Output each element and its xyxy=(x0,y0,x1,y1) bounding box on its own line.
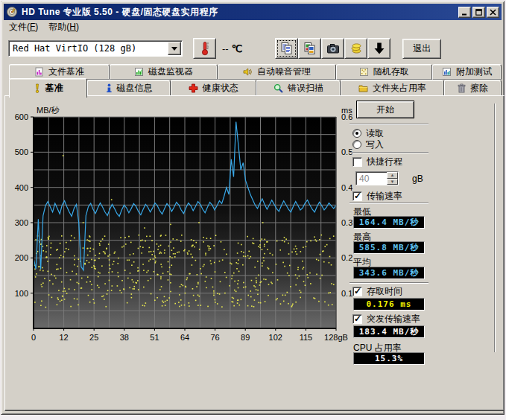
tab-health[interactable]: 健康状态 xyxy=(171,80,256,96)
window-title: HD Tune 专业版 5.50 - 硬盘/固态硬盘实用程序 xyxy=(22,6,457,19)
short-stroke-box[interactable] xyxy=(352,157,362,167)
chevron-down-icon xyxy=(171,47,177,51)
donate-button[interactable] xyxy=(344,38,367,59)
folder-icon xyxy=(358,83,368,93)
health-cross-icon xyxy=(189,83,198,93)
max-label: 最高 xyxy=(353,231,371,241)
tab-disk-monitor[interactable]: 磁盘监视器 xyxy=(110,64,218,80)
svg-text:64: 64 xyxy=(180,333,189,342)
benchmark-panel: 开始 读取 写入 快捷行程 40 ▲▼ gB 传输速率 xyxy=(347,96,503,409)
short-stroke-unit: gB xyxy=(412,174,423,184)
file-benchmark-icon xyxy=(34,67,44,77)
transfer-rate-box[interactable] xyxy=(352,191,362,201)
copy-text-icon xyxy=(280,42,294,55)
svg-text:200: 200 xyxy=(15,253,28,262)
disk-monitor-icon xyxy=(134,67,144,77)
tab-aam[interactable]: 自动噪音管理 xyxy=(218,64,336,80)
coins-icon xyxy=(350,42,363,55)
svg-text:128gB: 128gB xyxy=(324,333,348,342)
save-graph-button[interactable] xyxy=(367,38,390,59)
tab-extra-tests[interactable]: 附加测试 xyxy=(432,64,502,80)
tab-error-scan[interactable]: 错误扫描 xyxy=(256,80,341,96)
avg-label: 平均 xyxy=(353,256,371,267)
tab-disk-info[interactable]: 磁盘信息 xyxy=(87,80,170,96)
min-value-display: 164.4 MB/秒 xyxy=(353,216,425,229)
svg-text:600: 600 xyxy=(15,112,28,121)
drive-select-dropdown-button[interactable] xyxy=(168,42,181,55)
temperature-unit: ℃ xyxy=(232,43,243,54)
tab-file-benchmark[interactable]: 文件基准 xyxy=(9,64,110,80)
disk-info-icon xyxy=(106,83,113,93)
short-stroke-size-stepper[interactable]: 40 ▲▼ xyxy=(355,171,399,185)
exit-button[interactable]: 退出 xyxy=(402,39,441,59)
benchmark-chart: 1002003004005006000.100.200.300.400.500.… xyxy=(10,105,352,355)
titlebar[interactable]: HD Tune 专业版 5.50 - 硬盘/固态硬盘实用程序 xyxy=(4,4,502,20)
copy-image-button[interactable] xyxy=(298,38,321,59)
stepper-up-icon: ▲ xyxy=(387,172,398,179)
magnifier-icon xyxy=(273,83,283,93)
svg-text:12: 12 xyxy=(59,333,68,342)
svg-text:115: 115 xyxy=(300,333,313,342)
svg-text:102: 102 xyxy=(269,333,282,342)
burst-rate-box[interactable] xyxy=(352,314,362,324)
tab-strip: 文件基准 磁盘监视器 自动噪音管理 随机存取 附加测试 基准 xyxy=(9,64,502,96)
tab-erase[interactable]: 擦除 xyxy=(444,80,502,96)
access-time-checkbox[interactable]: 存取时间 xyxy=(352,286,402,296)
speaker-icon xyxy=(243,67,253,77)
svg-text:25: 25 xyxy=(89,333,98,342)
svg-text:MB/秒: MB/秒 xyxy=(37,106,60,115)
benchmark-icon xyxy=(34,83,41,93)
copy-image-icon xyxy=(303,42,317,55)
svg-text:0: 0 xyxy=(31,333,36,342)
app-icon xyxy=(6,6,18,18)
tab-folder-usage[interactable]: 文件夹占用率 xyxy=(341,80,444,96)
copy-text-button[interactable] xyxy=(275,38,298,59)
menu-help[interactable]: 帮助(H) xyxy=(43,19,84,35)
svg-text:500: 500 xyxy=(15,147,28,156)
access-time-display: 0.176 ms xyxy=(353,298,425,311)
minimize-button[interactable] xyxy=(458,7,471,18)
minimize-icon xyxy=(461,9,468,16)
trash-icon xyxy=(458,83,466,93)
maximize-button[interactable] xyxy=(472,7,485,18)
benchmark-page: 1002003004005006000.100.200.300.400.500.… xyxy=(4,95,505,411)
stepper-down-icon: ▼ xyxy=(387,179,398,185)
svg-text:38: 38 xyxy=(120,333,129,342)
start-button[interactable]: 开始 xyxy=(356,101,414,118)
short-stroke-checkbox[interactable]: 快捷行程 xyxy=(352,156,402,167)
menubar: 文件(F) 帮助(H) xyxy=(4,20,502,34)
write-radio-circle[interactable] xyxy=(352,140,361,149)
thermometer-icon xyxy=(200,41,210,56)
min-label: 最低 xyxy=(353,206,371,216)
burst-rate-display: 183.4 MB/秒 xyxy=(353,325,425,338)
svg-text:76: 76 xyxy=(210,333,219,342)
close-icon xyxy=(490,9,496,16)
svg-text:400: 400 xyxy=(15,183,28,192)
app-window: HD Tune 专业版 5.50 - 硬盘/固态硬盘实用程序 文件(F) 帮助(… xyxy=(1,1,505,415)
svg-text:51: 51 xyxy=(150,333,159,342)
menu-file[interactable]: 文件(F) xyxy=(4,19,43,35)
temperature-value: -- xyxy=(222,43,229,54)
max-value-display: 585.8 MB/秒 xyxy=(353,241,425,254)
panel-divider xyxy=(494,104,496,352)
transfer-rate-checkbox[interactable]: 传输速率 xyxy=(352,191,402,201)
cpu-usage-label: CPU 占用率 xyxy=(353,342,402,352)
svg-text:89: 89 xyxy=(241,333,250,342)
extra-tests-icon xyxy=(442,67,452,77)
cpu-usage-display: 15.3% xyxy=(353,352,425,365)
close-button[interactable] xyxy=(487,7,499,18)
camera-button[interactable] xyxy=(321,38,344,59)
drive-select-value: Red Hat VirtIO (128 gB) xyxy=(9,43,168,54)
write-radio[interactable]: 写入 xyxy=(352,139,384,150)
temperature-button[interactable] xyxy=(193,38,216,59)
camera-icon xyxy=(326,42,340,54)
access-time-box[interactable] xyxy=(352,287,362,296)
read-radio-circle[interactable] xyxy=(352,129,361,138)
tab-benchmark[interactable]: 基准 xyxy=(9,78,87,98)
drive-select[interactable]: Red Hat VirtIO (128 gB) xyxy=(8,40,183,57)
random-access-icon xyxy=(359,67,369,77)
read-radio[interactable]: 读取 xyxy=(352,128,384,139)
tab-random-access[interactable]: 随机存取 xyxy=(336,64,432,80)
burst-rate-checkbox[interactable]: 突发传输速率 xyxy=(352,314,420,324)
svg-text:300: 300 xyxy=(15,218,28,227)
